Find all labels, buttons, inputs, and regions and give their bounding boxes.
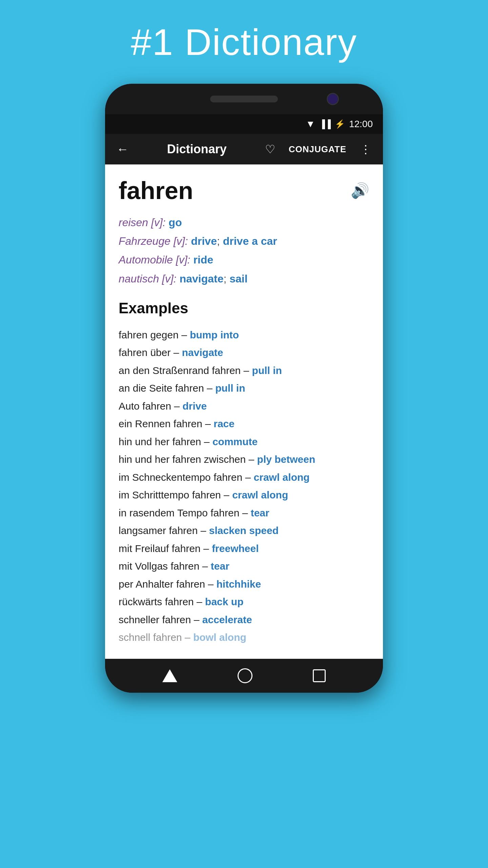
def-translation-3: ride [194, 254, 214, 266]
example-15: per Anhalter fahren – hitchhike [119, 575, 369, 593]
definitions-section: reisen [v]: go Fahrzeuge [v]: drive; dri… [119, 214, 369, 288]
def-translation-1: go [169, 216, 182, 229]
example-translation-9[interactable]: crawl along [254, 472, 310, 483]
def-category-3: Automobile [v]: [119, 254, 194, 266]
example-translation-4[interactable]: pull in [215, 382, 245, 394]
example-translation-11[interactable]: tear [251, 507, 269, 518]
examples-heading: Examples [119, 300, 369, 317]
page-title: #1 Dictionary [131, 20, 357, 63]
conjugate-button[interactable]: CONJUGATE [285, 141, 350, 158]
example-translation-7[interactable]: commute [212, 436, 258, 447]
example-11: in rasendem Tempo fahren – tear [119, 504, 369, 522]
def-line-3: Automobile [v]: ride [119, 251, 369, 269]
content-area: fahren 🔊 reisen [v]: go Fahrzeuge [v]: d… [105, 164, 383, 659]
example-2: fahren über – navigate [119, 344, 369, 362]
favorite-button[interactable]: ♡ [262, 139, 279, 159]
word-header: fahren 🔊 [119, 177, 369, 204]
example-16: rückwärts fahren – back up [119, 593, 369, 611]
def-category-1: reisen [v]: [119, 216, 169, 229]
example-8: hin und her fahren zwischen – ply betwee… [119, 451, 369, 469]
status-icons: ▼ ▐▐ ⚡ 12:00 [306, 119, 373, 130]
example-3: an den Straßenrand fahren – pull in [119, 362, 369, 380]
def-line-4: nautisch [v]: navigate; sail [119, 270, 369, 288]
def-translation-2: drive [191, 235, 217, 247]
def-sep-4: ; [223, 273, 229, 285]
def-translation-4: navigate [180, 273, 224, 285]
example-6: ein Rennen fahren – race [119, 415, 369, 433]
status-time: 12:00 [349, 119, 373, 130]
example-translation-13[interactable]: freewheel [212, 543, 259, 554]
example-translation-6[interactable]: race [214, 418, 235, 429]
wifi-icon: ▼ [306, 119, 315, 130]
example-translation-8[interactable]: ply between [257, 454, 316, 465]
content-scroll: fahren 🔊 reisen [v]: go Fahrzeuge [v]: d… [119, 177, 369, 647]
example-9: im Schneckentempo fahren – crawl along [119, 469, 369, 487]
example-translation-16[interactable]: back up [205, 596, 243, 607]
example-10: im Schritttempo fahren – crawl along [119, 486, 369, 504]
battery-icon: ⚡ [335, 119, 345, 129]
example-13: mit Freilauf fahren – freewheel [119, 540, 369, 558]
back-nav-icon[interactable] [162, 669, 177, 682]
example-7: hin und her fahren – commute [119, 433, 369, 451]
def-category-2: Fahrzeuge [v]: [119, 235, 191, 247]
example-14: mit Vollgas fahren – tear [119, 557, 369, 575]
example-translation-3[interactable]: pull in [252, 365, 282, 376]
camera [327, 93, 339, 105]
def-line-1: reisen [v]: go [119, 214, 369, 231]
speaker-grille [210, 96, 278, 102]
example-18: schnell fahren – bowl along [119, 629, 369, 647]
toolbar-title: Dictionary [139, 142, 255, 156]
example-17: schneller fahren – accelerate [119, 611, 369, 629]
menu-button[interactable]: ⋮ [357, 139, 375, 159]
def-translation-2b: drive a car [223, 235, 277, 247]
example-12: langsamer fahren – slacken speed [119, 522, 369, 540]
example-1: fahren gegen – bump into [119, 326, 369, 344]
phone-frame: ▼ ▐▐ ⚡ 12:00 ← Dictionary ♡ CONJUGATE ⋮ … [105, 84, 383, 693]
status-bar: ▼ ▐▐ ⚡ 12:00 [105, 114, 383, 134]
example-4: an die Seite fahren – pull in [119, 379, 369, 397]
def-sep-2: ; [217, 235, 223, 247]
example-translation-10[interactable]: crawl along [232, 489, 288, 500]
example-translation-15[interactable]: hitchhike [217, 578, 261, 590]
speaker-button[interactable]: 🔊 [351, 182, 369, 199]
example-translation-17[interactable]: accelerate [202, 614, 252, 625]
example-translation-5[interactable]: drive [182, 400, 207, 412]
example-translation-14[interactable]: tear [211, 560, 229, 572]
def-line-2: Fahrzeuge [v]: drive; drive a car [119, 233, 369, 250]
home-nav-icon[interactable] [238, 668, 252, 683]
example-translation-2[interactable]: navigate [182, 347, 223, 358]
bottom-nav [105, 659, 383, 693]
example-5: Auto fahren – drive [119, 397, 369, 415]
word-title: fahren [119, 177, 193, 204]
def-category-4: nautisch [v]: [119, 273, 180, 285]
app-toolbar: ← Dictionary ♡ CONJUGATE ⋮ [105, 134, 383, 164]
example-translation-12[interactable]: slacken speed [209, 525, 279, 536]
example-translation-18[interactable]: bowl along [193, 632, 246, 643]
signal-icon: ▐▐ [319, 119, 331, 129]
def-translation-4b: sail [229, 273, 247, 285]
phone-top [105, 84, 383, 114]
example-translation-1[interactable]: bump into [190, 329, 239, 340]
examples-list: fahren gegen – bump into fahren über – n… [119, 326, 369, 647]
recents-nav-icon[interactable] [313, 669, 326, 682]
back-button[interactable]: ← [113, 139, 132, 160]
